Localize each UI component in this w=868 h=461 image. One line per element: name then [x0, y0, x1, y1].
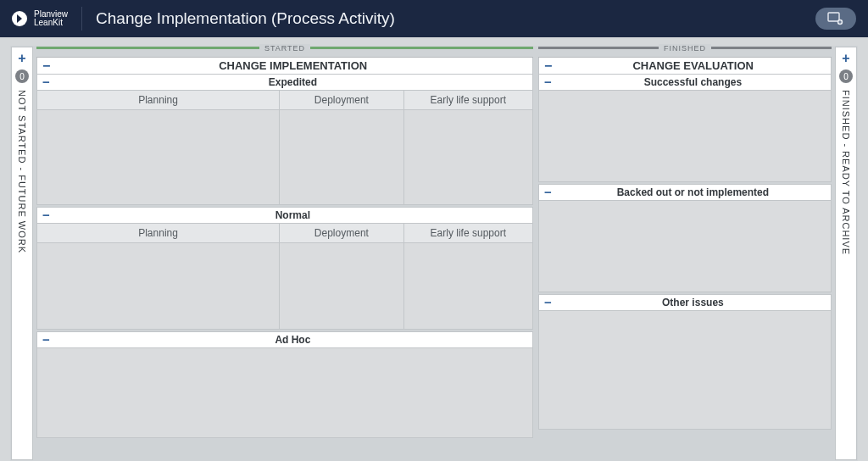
- col-planning: Planning: [36, 224, 280, 243]
- dropzone-successful[interactable]: [538, 91, 832, 182]
- card-count-badge: 0: [839, 69, 853, 83]
- brand-line2: LeanKit: [34, 19, 68, 27]
- sublane-other-issues: − Other issues: [538, 294, 832, 311]
- dropzone-normal-deployment[interactable]: [280, 243, 404, 330]
- brand-text: Planview LeanKit: [34, 10, 68, 27]
- dropzone-normal-planning[interactable]: [36, 243, 280, 330]
- add-card-button[interactable]: [815, 8, 856, 30]
- kanban-board: + 0 NOT STARTED - FUTURE WORK STARTED − …: [10, 46, 858, 461]
- add-card-icon: [827, 12, 844, 25]
- collapse-icon[interactable]: −: [544, 77, 552, 87]
- play-icon: [12, 11, 27, 26]
- lane-change-evaluation: − CHANGE EVALUATION: [538, 57, 832, 75]
- sublane-title: Normal: [58, 209, 527, 221]
- col-deployment: Deployment: [280, 91, 404, 110]
- dropzone-normal-els[interactable]: [404, 243, 533, 330]
- sublane-title: Successful changes: [560, 76, 826, 88]
- lane-title: CHANGE EVALUATION: [560, 59, 826, 72]
- super-lane-started: STARTED − CHANGE IMPLEMENTATION − Expedi…: [36, 47, 533, 460]
- sublane-title: Expedited: [58, 76, 527, 88]
- top-bar: Planview LeanKit Change Implementation (…: [0, 0, 868, 37]
- sublane-title: Backed out or not implemented: [560, 186, 826, 198]
- lane-label: NOT STARTED - FUTURE WORK: [17, 90, 27, 253]
- col-early-life-support: Early life support: [404, 91, 533, 110]
- dropzone-expedited-planning[interactable]: [36, 110, 280, 205]
- sublane-expedited: − Expedited: [36, 75, 533, 91]
- dropzone-expedited-deployment[interactable]: [280, 110, 404, 205]
- collapse-icon[interactable]: −: [544, 61, 552, 71]
- card-count-badge: 0: [15, 69, 29, 83]
- brand-logo[interactable]: Planview LeanKit: [12, 7, 82, 31]
- lane-change-implementation: − CHANGE IMPLEMENTATION: [36, 57, 533, 75]
- finished-cap: FINISHED: [538, 47, 832, 57]
- started-cap: STARTED: [36, 47, 533, 57]
- board-title: Change Implementation (Process Activity): [96, 9, 395, 28]
- dropzone-other-issues[interactable]: [538, 311, 832, 430]
- collapse-icon[interactable]: −: [544, 187, 552, 197]
- col-deployment: Deployment: [280, 224, 404, 243]
- sublane-successful: − Successful changes: [538, 75, 832, 91]
- collapse-icon[interactable]: −: [42, 61, 50, 71]
- lane-not-started-collapsed[interactable]: + 0 NOT STARTED - FUTURE WORK: [11, 47, 33, 460]
- collapse-icon[interactable]: −: [42, 210, 50, 220]
- col-early-life-support: Early life support: [404, 224, 533, 243]
- svg-rect-0: [828, 13, 839, 21]
- collapse-icon[interactable]: −: [544, 297, 552, 308]
- col-planning: Planning: [36, 91, 280, 110]
- expand-icon[interactable]: +: [842, 51, 849, 66]
- sublane-normal: − Normal: [36, 207, 533, 224]
- collapse-icon[interactable]: −: [42, 77, 50, 87]
- collapse-icon[interactable]: −: [42, 335, 50, 345]
- sublane-title: Ad Hoc: [58, 334, 527, 346]
- sublane-backed-out: − Backed out or not implemented: [538, 184, 832, 201]
- sublane-adhoc: − Ad Hoc: [36, 331, 533, 348]
- lane-title: CHANGE IMPLEMENTATION: [58, 59, 527, 72]
- lane-label: FINISHED - READY TO ARCHIVE: [841, 90, 851, 255]
- expand-icon[interactable]: +: [18, 51, 25, 66]
- super-lane-finished: FINISHED − CHANGE EVALUATION − Successfu…: [538, 47, 832, 460]
- dropzone-expedited-els[interactable]: [404, 110, 533, 205]
- dropzone-backed-out[interactable]: [538, 201, 832, 292]
- dropzone-adhoc[interactable]: [36, 348, 533, 438]
- lane-finished-archive-collapsed[interactable]: + 0 FINISHED - READY TO ARCHIVE: [835, 47, 857, 460]
- sublane-title: Other issues: [560, 297, 826, 308]
